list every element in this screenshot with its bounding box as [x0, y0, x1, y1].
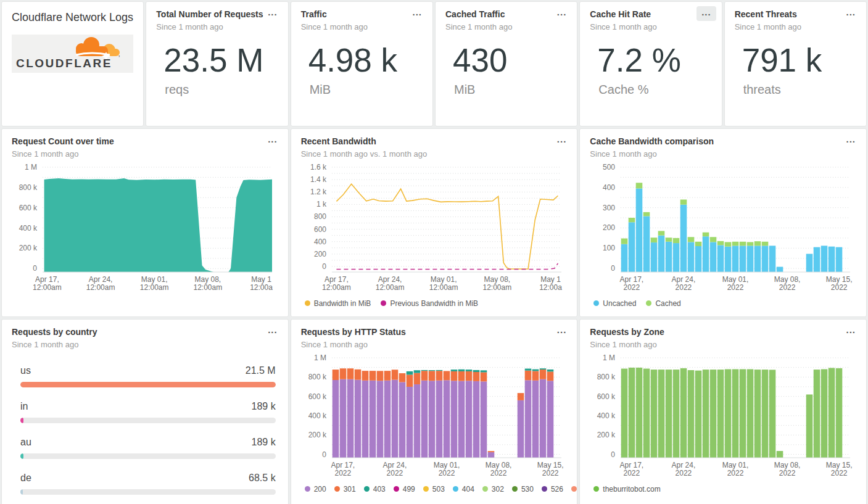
svg-text:2022: 2022	[438, 469, 455, 477]
legend-item[interactable]: Previous Bandwidth in MiB	[381, 299, 478, 308]
panel-menu-button[interactable]: ...	[552, 324, 572, 339]
http-status-legend: 200301403499503404302530526524	[305, 485, 568, 494]
svg-text:800 k: 800 k	[19, 183, 38, 191]
stat-value: 23.5 M	[163, 41, 278, 79]
panel-recent-threats: Recent Threats Since 1 month ago ... 791…	[724, 1, 867, 126]
country-bar-fill	[20, 453, 23, 459]
panel-menu-button[interactable]: ...	[552, 133, 572, 148]
svg-text:0: 0	[33, 264, 37, 273]
legend-item[interactable]: 302	[482, 485, 504, 494]
panel-menu-button[interactable]: ...	[263, 324, 283, 339]
svg-text:200: 200	[603, 223, 615, 232]
svg-text:0: 0	[611, 264, 616, 273]
svg-text:Apr 17,: Apr 17,	[324, 275, 349, 284]
legend-dot-icon	[305, 486, 310, 492]
panel-menu-button[interactable]: ...	[407, 6, 427, 21]
country-row: us21.5 M	[20, 365, 276, 387]
http-status-chart: 1 M800 k600 k400 k200 k0Apr 17,2022Apr 2…	[301, 350, 568, 480]
legend-item[interactable]: 499	[394, 485, 415, 494]
svg-text:12:00am: 12:00am	[33, 283, 62, 292]
svg-text:800: 800	[314, 212, 326, 221]
svg-text:200 k: 200 k	[19, 244, 38, 252]
svg-text:1.6 k: 1.6 k	[310, 163, 327, 171]
panel-menu-button[interactable]: ...	[841, 6, 861, 21]
legend-item[interactable]: Cached	[646, 299, 680, 308]
country-value: 189 k	[252, 437, 276, 448]
panel-menu-button[interactable]: ...	[263, 133, 283, 148]
stat-row: Cloudflare Network Logs CLOUDFLARE ’	[1, 1, 867, 126]
panel-cached-traffic: Cached Traffic Since 1 month ago ... 430…	[435, 1, 577, 126]
legend-dot-icon	[512, 486, 518, 492]
svg-text:2022: 2022	[676, 469, 692, 477]
panel-menu-button[interactable]: ...	[841, 133, 861, 148]
legend-item[interactable]: 524	[571, 485, 577, 494]
legend-item[interactable]: theburritobot.com	[593, 485, 660, 494]
panel-recent-bandwidth: Recent Bandwidth Since 1 month ago vs. 1…	[291, 128, 578, 317]
svg-text:800 k: 800 k	[597, 373, 616, 381]
svg-text:200 k: 200 k	[597, 431, 616, 439]
legend-item[interactable]: 526	[542, 485, 563, 494]
legend-item[interactable]: 200	[305, 485, 326, 494]
legend-dot-icon	[593, 486, 599, 492]
svg-text:1 k: 1 k	[316, 200, 327, 209]
svg-text:Apr 17,: Apr 17,	[620, 275, 644, 284]
panel-menu-button[interactable]: ...	[841, 324, 861, 339]
svg-text:400: 400	[314, 237, 326, 246]
panel-request-count: Request Count over time Since 1 month ag…	[1, 128, 289, 317]
svg-text:May 1: May 1	[540, 275, 561, 284]
country-bar-fill	[20, 382, 276, 387]
panel-title: Request Count over time	[12, 136, 278, 147]
country-row: in189 k	[20, 401, 276, 423]
request-count-chart: 1 M800 k600 k400 k200 k0Apr 17,12:00amAp…	[12, 160, 278, 294]
svg-text:12:00am: 12:00am	[322, 283, 351, 292]
legend-dot-icon	[482, 486, 488, 492]
stat-value: 791 k	[742, 41, 856, 79]
svg-text:300: 300	[603, 203, 615, 212]
legend-dot-icon	[423, 486, 429, 492]
svg-text:May 08,: May 08,	[485, 461, 511, 469]
country-bar-track	[20, 453, 276, 459]
dashboard: Cloudflare Network Logs CLOUDFLARE ’	[0, 0, 868, 504]
svg-text:12:00am: 12:00am	[375, 283, 404, 292]
legend-dot-icon	[646, 300, 651, 306]
legend-item[interactable]: Uncached	[593, 299, 636, 308]
legend-item[interactable]: 403	[364, 485, 386, 494]
svg-text:600 k: 600 k	[19, 203, 38, 212]
legend-item[interactable]: 301	[334, 485, 356, 494]
panel-subtitle: Since 1 month ago	[590, 149, 856, 159]
svg-text:400: 400	[603, 183, 615, 191]
country-label: in	[20, 401, 28, 412]
country-value: 21.5 M	[246, 365, 276, 376]
panel-menu-button[interactable]: ...	[263, 6, 283, 21]
country-bar-track	[20, 418, 276, 423]
country-row: au189 k	[20, 437, 276, 459]
legend-dot-icon	[334, 486, 340, 492]
panel-requests-by-http-status: Requests by HTTP Status Since 1 month ag…	[291, 319, 578, 504]
panel-menu-button[interactable]: ...	[696, 6, 716, 21]
country-value: 68.5 k	[249, 473, 276, 484]
svg-text:2022: 2022	[624, 469, 640, 477]
legend-dot-icon	[394, 486, 399, 492]
legend-label: 403	[373, 485, 386, 494]
legend-item[interactable]: 503	[423, 485, 445, 494]
panel-menu-button[interactable]: ...	[552, 6, 572, 21]
legend-item[interactable]: 404	[453, 485, 474, 494]
country-value: 189 k	[252, 401, 276, 412]
svg-text:1.2 k: 1.2 k	[310, 188, 327, 196]
panel-subtitle: Since 1 month ago	[301, 22, 423, 31]
legend-label: Bandwidth in MiB	[314, 299, 371, 308]
cache-bandwidth-legend: UncachedCached	[593, 299, 856, 308]
svg-text:2022: 2022	[386, 469, 403, 477]
cache-bandwidth-chart: 5004003002001000Apr 17,2022Apr 24,2022Ma…	[590, 160, 856, 294]
country-bar-track	[20, 382, 276, 387]
svg-text:2022: 2022	[727, 469, 744, 477]
panel-title: Recent Bandwidth	[301, 136, 568, 147]
legend-item[interactable]: 530	[512, 485, 534, 494]
dashboard-title: Cloudflare Network Logs	[12, 9, 133, 27]
legend-item[interactable]: Bandwidth in MiB	[305, 299, 371, 308]
svg-text:0: 0	[322, 262, 326, 270]
panel-subtitle: Since 1 month ago	[12, 340, 278, 349]
stat-unit: reqs	[165, 83, 278, 97]
svg-text:2022: 2022	[779, 283, 796, 292]
svg-text:800 k: 800 k	[308, 373, 326, 381]
